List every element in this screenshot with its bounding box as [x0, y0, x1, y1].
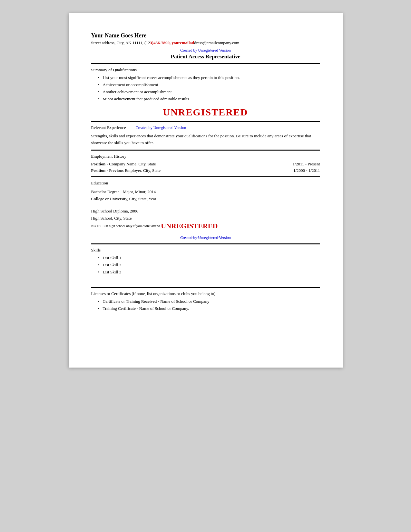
summary-section: Summary of Qualifications List your most… — [91, 67, 320, 102]
employment-divider-top — [91, 150, 320, 151]
relevant-experience-text: Strengths, skills and experiences that d… — [91, 133, 320, 146]
licenses-divider-top — [91, 287, 320, 288]
created-by-relevant: Created by Unregistered Version — [135, 125, 186, 130]
job-title: Patient Access Representative — [91, 54, 320, 60]
education-divider-top — [91, 176, 320, 177]
position-1-company: Company Name. City, State — [109, 162, 156, 166]
list-item: List Skill 3 — [98, 270, 320, 275]
institution-1: College or University, City, State, Year — [91, 195, 320, 202]
header-divider — [91, 63, 320, 64]
position-row-1: Position - Company Name. City, State 1/2… — [91, 162, 320, 167]
position-1-separator: - — [107, 162, 109, 166]
header-section: Your Name Goes Here Street address, City… — [91, 32, 320, 60]
education-label: Education — [91, 181, 320, 186]
education-section: Education Bachelor Degree - Major, Minor… — [91, 181, 320, 240]
relevant-experience-label: Relevant Experience — [91, 125, 126, 130]
position-2-date: 1/2000 - 1/2011 — [293, 168, 320, 173]
candidate-name: Your Name Goes Here — [91, 32, 320, 39]
relevant-experience-row: Relevant Experience Created by Unregiste… — [91, 125, 320, 130]
list-item: Certificate or Training Received - Name … — [98, 299, 320, 304]
position-1-left: Position - Company Name. City, State — [91, 162, 156, 167]
skills-divider-top — [91, 243, 320, 244]
position-row-2: Position - Previous Employer. City, Stat… — [91, 168, 320, 173]
position-1-title: Position — [91, 162, 106, 166]
created-by-header: Created by Unregistered Version — [91, 48, 320, 53]
position-1-date: 1/2011 - Present — [293, 162, 320, 167]
position-2-title: Position — [91, 168, 106, 173]
list-item: Training Certificate - Name of School or… — [98, 306, 320, 311]
position-2-company: Previous Employer. City, State — [109, 168, 161, 173]
skills-section: Skills List Skill 1 List Skill 2 List Sk… — [91, 248, 320, 275]
unregistered-watermark-address: 3)456-7890, youremailad — [150, 40, 194, 45]
licenses-label: Licenses or Certificates (if none, list … — [91, 291, 320, 296]
unregistered-divider — [91, 121, 320, 122]
summary-list: List your most significant career accomp… — [98, 75, 320, 102]
position-2-left: Position - Previous Employer. City, Stat… — [91, 168, 161, 173]
position-2-separator: - — [107, 168, 109, 173]
list-item: List Skill 1 — [98, 255, 320, 261]
list-item: Minor achievement that produced admirabl… — [98, 96, 320, 102]
skills-list: List Skill 1 List Skill 2 List Skill 3 — [98, 255, 320, 275]
address-line: Street address, City, AK 11111, (123)456… — [91, 40, 320, 45]
education-note: NOTE: List high school only if you didn'… — [91, 222, 320, 230]
list-item: Another achievement or accomplishment — [98, 89, 320, 94]
summary-label: Summary of Qualifications — [91, 67, 320, 73]
licenses-list: Certificate or Training Received - Name … — [98, 299, 320, 311]
list-item: Achievement or accomplishment — [98, 82, 320, 87]
unregistered-watermark-note: UNREGISTERED — [161, 222, 218, 230]
address-normal: Street address, City, AK 11111, (12 — [91, 40, 150, 45]
employment-section: Employment History Position - Company Na… — [91, 154, 320, 173]
unregistered-watermark-big: UNREGISTERED — [91, 107, 320, 118]
degree-2: High School Diploma, 2006 — [91, 208, 320, 215]
degree-1: Bachelor Degree - Major, Minor, 2014 — [91, 188, 320, 195]
employment-label: Employment History — [91, 154, 320, 159]
note-pre: NOTE: List high school only if you didn'… — [91, 224, 161, 228]
created-by-education: Created by Unregistered Version — [91, 235, 320, 240]
resume-page: Your Name Goes Here Street address, City… — [69, 13, 343, 368]
address-end: dress@emailcompany.com — [194, 40, 239, 45]
education-entry-2: High School Diploma, 2006 High School, C… — [91, 208, 320, 230]
list-item: List your most significant career accomp… — [98, 75, 320, 80]
licenses-section: Licenses or Certificates (if none, list … — [91, 291, 320, 311]
institution-2: High School, City, State — [91, 215, 320, 222]
education-entry-1: Bachelor Degree - Major, Minor, 2014 Col… — [91, 188, 320, 202]
list-item: List Skill 2 — [98, 262, 320, 268]
skills-label: Skills — [91, 248, 320, 253]
